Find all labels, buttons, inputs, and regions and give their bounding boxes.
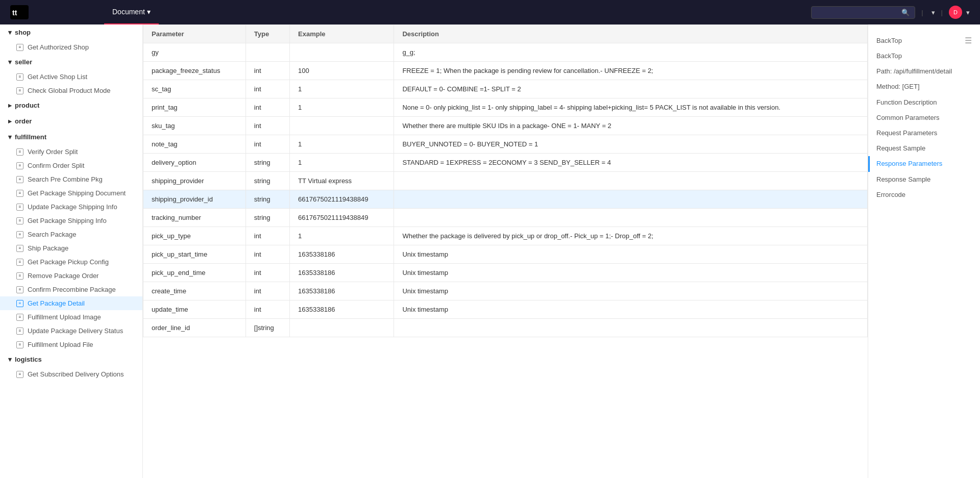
sidebar-item-fulfillment-upload-file[interactable]: ≡ Fulfillment Upload File — [0, 338, 142, 351]
item-icon: ≡ — [16, 162, 23, 169]
sidebar-item-get-package-detail[interactable]: ≡ Get Package Detail — [0, 296, 142, 310]
item-icon: ≡ — [16, 259, 23, 266]
header-right: 🔍 | ▾ | D ▾ — [811, 6, 970, 19]
sidebar-item-fulfillment-upload-image[interactable]: ≡ Fulfillment Upload Image — [0, 310, 142, 324]
sidebar-group-fulfillment[interactable]: ▾ fulfillment — [0, 129, 142, 145]
sidebar-section-logistics: ▾ logistics ≡ Get Subscribed Delivery Op… — [0, 351, 142, 381]
sidebar-item-get-active-shop-list[interactable]: ≡ Get Active Shop List — [0, 70, 142, 84]
chevron-icon: ▾ — [8, 58, 12, 66]
sidebar-item-verify-order-split[interactable]: ≡ Verify Order Split — [0, 145, 142, 159]
table-row: create_time int 1635338186 Unix timestam… — [143, 282, 868, 300]
right-panel-item[interactable]: Common Parameters — [868, 110, 980, 125]
cell-example: 1 — [290, 154, 394, 172]
cell-param: order_line_id — [143, 319, 246, 337]
item-icon: ≡ — [16, 286, 23, 293]
sidebar-item-confirm-precombine-package[interactable]: ≡ Confirm Precombine Package — [0, 283, 142, 296]
right-panel-item[interactable]: Request Sample — [868, 141, 980, 156]
group-label: fulfillment — [15, 133, 46, 141]
cell-param: gy — [143, 43, 246, 62]
cell-example — [290, 319, 394, 337]
sidebar-group-shop[interactable]: ▾ shop — [0, 24, 142, 40]
sidebar-item-get-authorized-shop[interactable]: ≡ Get Authorized Shop — [0, 40, 142, 54]
avatar: D — [949, 6, 962, 19]
right-panel-item[interactable]: BackTop — [868, 48, 980, 64]
cell-param: create_time — [143, 282, 246, 300]
cell-type: int — [246, 282, 289, 300]
nav-document[interactable]: Document ▾ — [104, 0, 159, 24]
cell-description: BUYER_UNNOTED = 0- BUYER_NOTED = 1 — [394, 135, 868, 154]
cell-example — [290, 43, 394, 62]
cell-example: 1635338186 — [290, 264, 394, 282]
sidebar-item-check-global-product-mode[interactable]: ≡ Check Global Product Mode — [0, 84, 142, 97]
developer-menu[interactable]: D ▾ — [949, 6, 970, 19]
sidebar-item-update-package-shipping-info[interactable]: ≡ Update Package Shipping Info — [0, 200, 142, 214]
right-panel-item[interactable]: Errorcode — [868, 187, 980, 203]
cell-example: 6617675021119438849 — [290, 209, 394, 227]
item-label: Update Package Delivery Status — [28, 327, 123, 335]
right-panel-item[interactable]: Response Sample — [868, 172, 980, 187]
right-panel-item[interactable]: Response Parameters — [868, 156, 980, 171]
item-icon: ≡ — [16, 272, 23, 280]
sidebar-group-logistics[interactable]: ▾ logistics — [0, 351, 142, 367]
item-icon: ≡ — [16, 44, 23, 51]
cell-type: string — [246, 209, 289, 227]
right-panel-item[interactable]: Request Parameters — [868, 125, 980, 141]
content-area: Parameter Type Example Description gy g_… — [143, 24, 868, 478]
cell-param: package_freeze_status — [143, 62, 246, 80]
item-icon: ≡ — [16, 73, 23, 81]
cell-type: int — [246, 62, 289, 80]
item-icon: ≡ — [16, 328, 23, 335]
sidebar-item-search-package[interactable]: ≡ Search Package — [0, 228, 142, 241]
item-label: Get Package Shipping Document — [28, 189, 126, 197]
table-row: gy g_g; — [143, 43, 868, 62]
item-label: Ship Package — [28, 244, 68, 252]
item-label: Check Global Product Mode — [28, 87, 111, 94]
item-icon: ≡ — [16, 87, 23, 94]
sidebar-item-get-subscribed-delivery-options[interactable]: ≡ Get Subscribed Delivery Options — [0, 367, 142, 381]
sidebar-item-get-package-pickup-config[interactable]: ≡ Get Package Pickup Config — [0, 255, 142, 269]
table-row: pick_up_start_time int 1635338186 Unix t… — [143, 245, 868, 264]
chevron-icon: ▾ — [8, 29, 12, 36]
search-box[interactable]: 🔍 — [811, 6, 915, 19]
item-icon: ≡ — [16, 341, 23, 348]
cell-description — [394, 172, 868, 190]
main-nav: Document ▾ — [104, 0, 175, 24]
sidebar-section-seller: ▾ seller ≡ Get Active Shop List ≡ Check … — [0, 54, 142, 97]
sidebar-item-update-package-delivery-status[interactable]: ≡ Update Package Delivery Status — [0, 324, 142, 338]
table-row: tracking_number string 66176750211194388… — [143, 209, 868, 227]
right-panel-item[interactable]: Path: /api/fulfillment/detail — [868, 64, 980, 79]
table-row: print_tag int 1 None = 0- only picking_l… — [143, 98, 868, 117]
sidebar-group-product[interactable]: ▸ product — [0, 97, 142, 113]
item-label: Get Authorized Shop — [28, 43, 89, 51]
cell-param: note_tag — [143, 135, 246, 154]
cell-type: int — [246, 80, 289, 98]
sidebar-item-search-pre-combine-pkg[interactable]: ≡ Search Pre Combine Pkg — [0, 172, 142, 186]
group-label: product — [15, 102, 39, 109]
search-input[interactable] — [817, 9, 898, 16]
sidebar-item-ship-package[interactable]: ≡ Ship Package — [0, 241, 142, 255]
item-label: Get Package Shipping Info — [28, 217, 107, 224]
backtop-link[interactable]: BackTop — [876, 37, 902, 44]
cell-example: 1 — [290, 227, 394, 245]
cell-param: pick_up_end_time — [143, 264, 246, 282]
cell-type: string — [246, 190, 289, 209]
right-panel-item[interactable]: Method: [GET] — [868, 79, 980, 94]
table-row: delivery_option string 1 STANDARD = 1EXP… — [143, 154, 868, 172]
sidebar-item-get-package-shipping-document[interactable]: ≡ Get Package Shipping Document — [0, 186, 142, 200]
main-layout: ▾ shop ≡ Get Authorized Shop ▾ seller ≡ … — [0, 24, 980, 478]
sidebar-item-confirm-order-split[interactable]: ≡ Confirm Order Split — [0, 159, 142, 172]
sidebar-item-remove-package-order[interactable]: ≡ Remove Package Order — [0, 269, 142, 283]
sidebar-group-order[interactable]: ▸ order — [0, 113, 142, 129]
sidebar-group-seller[interactable]: ▾ seller — [0, 54, 142, 70]
chevron-icon: ▾ — [8, 133, 12, 141]
table-row: shipping_provider string TT Virtual expr… — [143, 172, 868, 190]
cell-example: 1 — [290, 98, 394, 117]
search-icon: 🔍 — [901, 9, 910, 16]
cell-description: FREEZE = 1; When the package is pending … — [394, 62, 868, 80]
sidebar-item-get-package-shipping-info[interactable]: ≡ Get Package Shipping Info — [0, 214, 142, 228]
item-label: Verify Order Split — [28, 148, 78, 156]
right-panel-item[interactable]: Function Description — [868, 95, 980, 110]
cell-example: 1635338186 — [290, 282, 394, 300]
language-selector[interactable]: ▾ — [929, 9, 935, 16]
nav-console[interactable] — [159, 0, 175, 24]
